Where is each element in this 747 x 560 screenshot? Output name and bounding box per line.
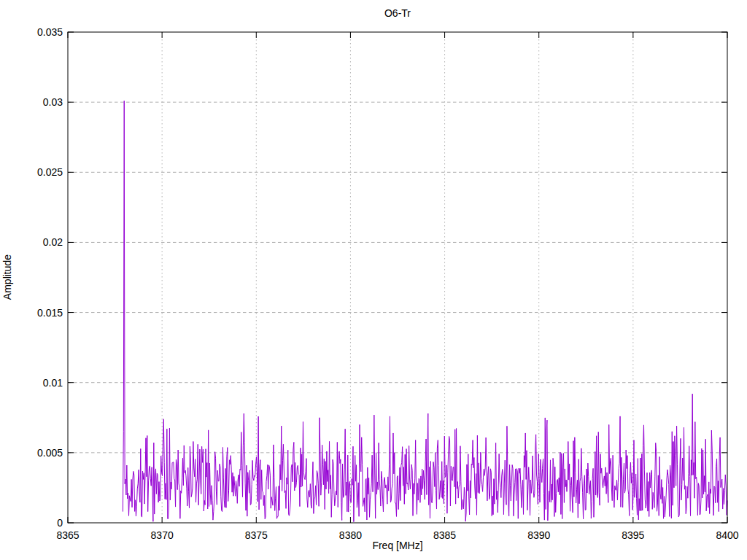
svg-text:0.01: 0.01 xyxy=(43,377,63,389)
svg-text:0.035: 0.035 xyxy=(37,26,63,38)
svg-text:0.015: 0.015 xyxy=(37,307,63,319)
svg-text:0.005: 0.005 xyxy=(37,447,63,459)
svg-text:8390: 8390 xyxy=(527,529,550,541)
svg-text:8400: 8400 xyxy=(716,529,738,541)
svg-text:0.02: 0.02 xyxy=(43,236,63,248)
svg-text:0: 0 xyxy=(57,517,63,529)
gnuplot-window: O6-Tr Amplitude Freq [MHz] 8365837083758… xyxy=(0,0,747,560)
svg-text:8380: 8380 xyxy=(339,529,362,541)
svg-text:8365: 8365 xyxy=(56,529,79,541)
svg-text:8375: 8375 xyxy=(245,529,268,541)
svg-text:8395: 8395 xyxy=(622,529,644,541)
svg-text:0.03: 0.03 xyxy=(43,96,63,108)
svg-text:8370: 8370 xyxy=(151,529,174,541)
svg-text:0.025: 0.025 xyxy=(37,166,63,178)
spectrum-plot: 8365837083758380838583908395840000.0050.… xyxy=(0,0,747,560)
svg-text:8385: 8385 xyxy=(433,529,456,541)
signal-trace xyxy=(123,101,727,521)
